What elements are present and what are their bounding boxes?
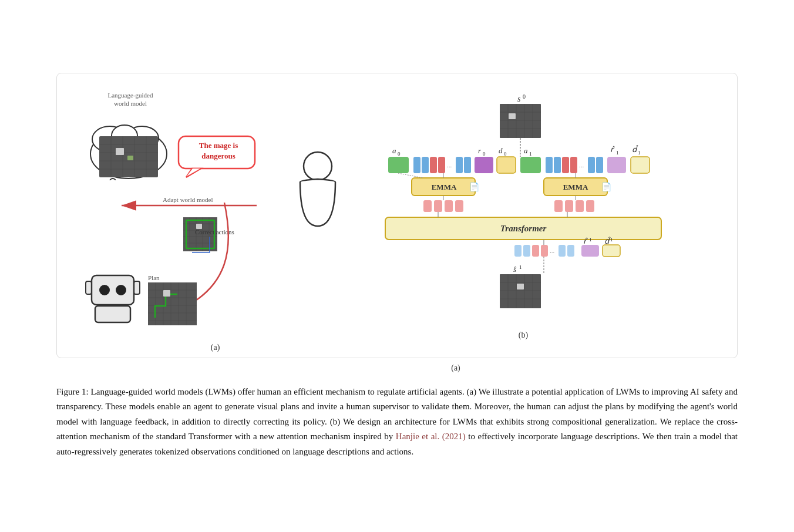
human-figure — [294, 150, 341, 240]
svg-rect-60 — [500, 104, 541, 138]
svg-text:Transformer: Transformer — [500, 224, 547, 233]
svg-rect-118 — [523, 245, 530, 257]
svg-text:ŝ: ŝ — [513, 265, 517, 274]
svg-rect-81 — [475, 157, 493, 173]
speech-bubble-svg: The mage is dangerous — [177, 135, 260, 179]
figure-caption: Figure 1: Language-guided world models (… — [56, 385, 738, 460]
svg-text:s: s — [517, 95, 521, 103]
svg-text:...: ... — [447, 161, 452, 169]
svg-text:Adapt world model: Adapt world model — [163, 196, 213, 203]
svg-rect-90 — [562, 157, 569, 173]
human-svg — [294, 150, 341, 238]
svg-rect-114 — [586, 200, 594, 212]
svg-rect-97 — [607, 157, 626, 173]
svg-text:1: 1 — [638, 150, 641, 156]
svg-rect-72 — [413, 157, 420, 173]
svg-text:(b): (b) — [519, 331, 529, 340]
svg-text:1: 1 — [519, 264, 522, 270]
svg-rect-120 — [541, 245, 548, 257]
panel-a-label: (a) — [211, 343, 220, 352]
svg-rect-117 — [514, 245, 522, 257]
svg-rect-46 — [148, 282, 197, 325]
svg-rect-41 — [134, 281, 140, 294]
svg-rect-88 — [546, 157, 553, 173]
svg-rect-140 — [517, 284, 524, 289]
svg-rect-100 — [631, 157, 650, 173]
svg-rect-109 — [445, 200, 453, 212]
plan-label: Plan — [148, 274, 198, 281]
svg-rect-122 — [559, 245, 566, 257]
svg-rect-42 — [92, 275, 134, 305]
svg-text:📄: 📄 — [469, 182, 480, 192]
svg-rect-123 — [567, 245, 574, 257]
plan-box: Plan — [148, 274, 198, 329]
svg-text:0: 0 — [483, 151, 486, 157]
svg-text:EMMA: EMMA — [563, 183, 588, 191]
svg-rect-84 — [497, 157, 516, 173]
svg-text:r: r — [478, 146, 482, 155]
adapt-arrow-svg: Adapt world model — [104, 194, 268, 217]
svg-rect-107 — [423, 200, 432, 212]
svg-text:d: d — [499, 146, 503, 155]
svg-text:0: 0 — [504, 151, 507, 157]
panel-a: Language-guided world model — [75, 91, 356, 338]
svg-rect-75 — [438, 157, 445, 173]
svg-text:📄: 📄 — [601, 182, 612, 192]
svg-rect-93 — [588, 157, 595, 173]
robot-svg — [83, 271, 142, 324]
speech-bubble-container: The mage is dangerous — [177, 135, 260, 181]
svg-rect-108 — [434, 200, 442, 212]
svg-rect-110 — [455, 200, 463, 212]
svg-rect-14 — [127, 156, 133, 160]
svg-text:a: a — [524, 146, 528, 155]
svg-text:...: ... — [579, 161, 584, 169]
caption-link[interactable]: Hanjie et al. (2021) — [396, 432, 466, 441]
adapt-arrow: Adapt world model — [104, 194, 268, 220]
svg-rect-119 — [532, 245, 539, 257]
svg-text:dangerous: dangerous — [201, 151, 235, 160]
svg-line-150 — [398, 173, 423, 178]
svg-text:1: 1 — [589, 237, 592, 243]
svg-rect-111 — [554, 200, 563, 212]
svg-text:1: 1 — [529, 151, 532, 157]
svg-point-15 — [110, 179, 116, 180]
svg-rect-89 — [554, 157, 561, 173]
svg-text:1: 1 — [610, 237, 613, 243]
svg-rect-132 — [500, 274, 541, 308]
svg-rect-45 — [95, 306, 130, 322]
cloud-svg — [83, 110, 174, 180]
svg-point-43 — [99, 285, 110, 295]
panel-labels-row: (a) (b) — [56, 363, 738, 373]
figure-box: Language-guided world model — [56, 73, 738, 358]
svg-rect-57 — [163, 290, 170, 297]
svg-text:EMMA: EMMA — [432, 183, 457, 191]
svg-rect-78 — [464, 157, 471, 173]
svg-rect-113 — [576, 200, 584, 212]
svg-rect-126 — [581, 245, 599, 257]
svg-rect-91 — [570, 157, 577, 173]
svg-text:r̂: r̂ — [610, 145, 615, 154]
svg-rect-40 — [86, 281, 92, 294]
svg-rect-13 — [116, 148, 124, 155]
panel-b-svg: s 0 a 0 — [379, 91, 708, 344]
svg-rect-73 — [422, 157, 429, 173]
svg-text:The mage is: The mage is — [199, 141, 238, 150]
svg-text:a: a — [392, 146, 396, 155]
panel-b: s 0 a 0 — [379, 91, 719, 346]
cloud-label: Language-guided world model — [80, 91, 180, 108]
page-container: Language-guided world model — [45, 49, 749, 483]
panel-a-label-bottom: (a) — [451, 363, 460, 373]
svg-point-23 — [304, 152, 332, 180]
svg-rect-68 — [509, 113, 516, 119]
svg-text:0: 0 — [398, 151, 401, 157]
svg-rect-74 — [430, 157, 437, 173]
svg-text:1: 1 — [616, 150, 619, 156]
svg-rect-71 — [388, 157, 409, 173]
svg-rect-87 — [520, 157, 541, 173]
svg-rect-77 — [456, 157, 463, 173]
plan-grid-svg — [148, 282, 198, 326]
svg-rect-94 — [596, 157, 603, 173]
svg-rect-129 — [603, 245, 620, 257]
robot-figure — [83, 271, 142, 326]
svg-point-44 — [116, 285, 126, 295]
